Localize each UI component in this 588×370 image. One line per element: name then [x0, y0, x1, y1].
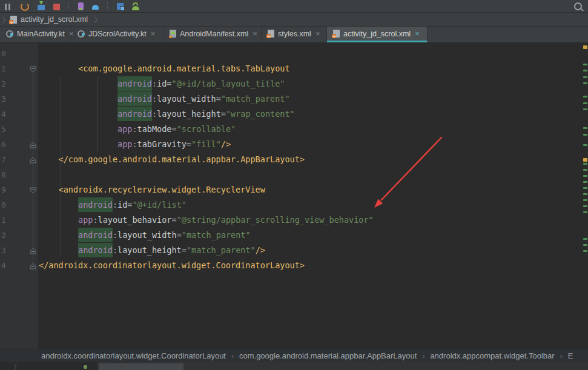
stripe-marker-info[interactable]	[583, 187, 587, 189]
toolbar-separator	[107, 2, 108, 10]
stripe-marker-info[interactable]	[583, 76, 587, 78]
code-token: tabGravity	[137, 139, 187, 149]
fold-close-icon[interactable]	[29, 156, 37, 164]
code-token: tabMode	[137, 124, 172, 134]
toolbar-separator	[68, 2, 70, 10]
stripe-marker-info[interactable]	[583, 163, 587, 165]
search-icon[interactable]	[574, 2, 582, 10]
fold-close-icon[interactable]	[29, 140, 37, 148]
code-token	[39, 139, 117, 149]
tab-MainActivity.kt[interactable]: MainActivity.kt×	[0, 27, 71, 42]
stripe-marker-info[interactable]	[583, 250, 587, 252]
stripe-marker-info[interactable]	[583, 102, 587, 104]
code-token: =	[171, 215, 176, 225]
code-token	[39, 230, 78, 240]
code-token: =	[216, 94, 221, 104]
editor-gutter: 012345678901234	[0, 43, 38, 349]
code-line[interactable]: android:id="@+id/list"	[39, 197, 187, 213]
code-editor[interactable]: 012345678901234 <com.google.android.mate…	[0, 43, 588, 349]
stop-icon[interactable]	[53, 4, 60, 10]
stripe-marker-info[interactable]	[583, 181, 587, 183]
code-token: =	[171, 124, 176, 134]
stripe-marker-info[interactable]	[583, 169, 587, 171]
fold-close-icon[interactable]	[29, 262, 37, 269]
stripe-marker-info[interactable]	[583, 205, 587, 207]
tab-activity_jd_scrol.xml[interactable]: activity_jd_scrol.xml×	[327, 27, 428, 42]
gutter-row: 0	[0, 197, 38, 213]
code-token: :	[152, 79, 157, 88]
stripe-marker-warning[interactable]	[583, 45, 587, 49]
stripe-marker-info[interactable]	[583, 108, 587, 110]
stripe-marker-info[interactable]	[583, 193, 587, 195]
chevron-right-icon	[92, 16, 98, 22]
stripe-marker-info[interactable]	[583, 64, 587, 65]
stripe-marker-warning[interactable]	[583, 158, 587, 162]
profiler-icon[interactable]	[92, 5, 99, 10]
code-token	[39, 124, 117, 134]
breadcrumb-item[interactable]: E	[568, 351, 573, 360]
stripe-marker-info[interactable]	[583, 175, 587, 177]
code-token	[39, 79, 117, 88]
code-line[interactable]: android:layout_height="wrap_content"	[39, 107, 295, 122]
toolwindow-tab-stub[interactable]	[99, 363, 183, 370]
code-token: :	[152, 109, 157, 119]
close-icon[interactable]: ×	[315, 30, 320, 38]
breadcrumb-item[interactable]: androidx.coordinatorlayout.widget.Coordi…	[41, 351, 226, 360]
avd-manager-icon[interactable]	[78, 2, 84, 10]
line-number: 3	[1, 243, 6, 258]
code-line[interactable]: android:layout_width="match_parent"	[39, 228, 251, 243]
stripe-marker-info[interactable]	[583, 96, 587, 97]
line-number: 1	[1, 213, 6, 228]
code-token: app	[117, 139, 132, 149]
android-logcat-icon[interactable]	[84, 365, 87, 369]
stripe-marker-info[interactable]	[583, 70, 587, 71]
build-icon[interactable]	[5, 4, 12, 10]
breadcrumb-file-label[interactable]: activity_jd_scrol.xml	[21, 15, 88, 24]
code-line[interactable]: android:layout_height="match_parent"/>	[39, 243, 265, 258]
stripe-marker-info[interactable]	[583, 244, 587, 246]
code-line[interactable]: android:id="@+id/tab_layout_title"	[39, 76, 285, 91]
line-number: 1	[1, 61, 6, 76]
tab-JDScrolActivity.kt[interactable]: JDScrolActivity.kt×	[71, 27, 164, 42]
stripe-marker-info[interactable]	[583, 82, 587, 84]
stripe-marker-info[interactable]	[583, 127, 587, 129]
code-token: :	[132, 124, 137, 134]
stripe-marker-info[interactable]	[583, 238, 587, 240]
code-token: />	[221, 139, 231, 149]
tab-AndroidManifest.xml[interactable]: AndroidManifest.xml×	[164, 27, 262, 42]
code-line[interactable]: </androidx.coordinatorlayout.widget.Coor…	[39, 258, 305, 273]
stripe-marker-info[interactable]	[583, 199, 587, 201]
code-line[interactable]: app:tabGravity="fill"/>	[39, 137, 231, 152]
tab-label: MainActivity.kt	[17, 30, 65, 38]
line-number: 2	[1, 228, 6, 243]
breadcrumb-bar: androidx.coordinatorlayout.widget.Coordi…	[0, 349, 588, 362]
close-icon[interactable]: ×	[253, 30, 257, 38]
fold-open-icon[interactable]	[29, 186, 37, 194]
gradle-sync-icon[interactable]	[21, 2, 29, 11]
sdk-manager-icon[interactable]	[38, 5, 45, 10]
code-line[interactable]: app:tabMode="scrollable"	[39, 122, 236, 137]
code-line[interactable]: android:layout_width="match_parent"	[39, 91, 290, 107]
line-number: 9	[1, 182, 6, 197]
stripe-marker-info[interactable]	[583, 144, 587, 146]
device-pair-icon[interactable]	[132, 6, 139, 10]
stripe-marker-info[interactable]	[583, 211, 587, 213]
code-line[interactable]: app:layout_behavior="@string/appbar_scro…	[39, 213, 374, 228]
close-icon[interactable]: ×	[415, 30, 420, 38]
chevron-right-icon	[0, 16, 5, 22]
tab-styles.xml[interactable]: styles.xml×	[262, 27, 327, 42]
code-token	[39, 215, 78, 225]
code-token: app	[78, 215, 93, 225]
layout-inspector-icon[interactable]	[117, 3, 124, 10]
stripe-marker-info[interactable]	[583, 134, 587, 136]
code-token: </androidx.coordinatorlayout.widget.Coor…	[39, 260, 305, 270]
close-icon[interactable]: ×	[151, 30, 156, 38]
fold-open-icon[interactable]	[29, 65, 37, 73]
fold-close-icon[interactable]	[29, 246, 37, 254]
code-line[interactable]: </com.google.android.material.appbar.App…	[39, 152, 305, 167]
breadcrumb-item[interactable]: androidx.appcompat.widget.Toolbar	[430, 351, 554, 360]
code-line[interactable]: <androidx.recyclerview.widget.RecyclerVi…	[39, 182, 265, 197]
error-stripe[interactable]	[583, 43, 588, 349]
code-line[interactable]: <com.google.android.material.tabs.TabLay…	[39, 61, 290, 76]
breadcrumb-item[interactable]: com.google.android.material.appbar.AppBa…	[239, 351, 417, 360]
